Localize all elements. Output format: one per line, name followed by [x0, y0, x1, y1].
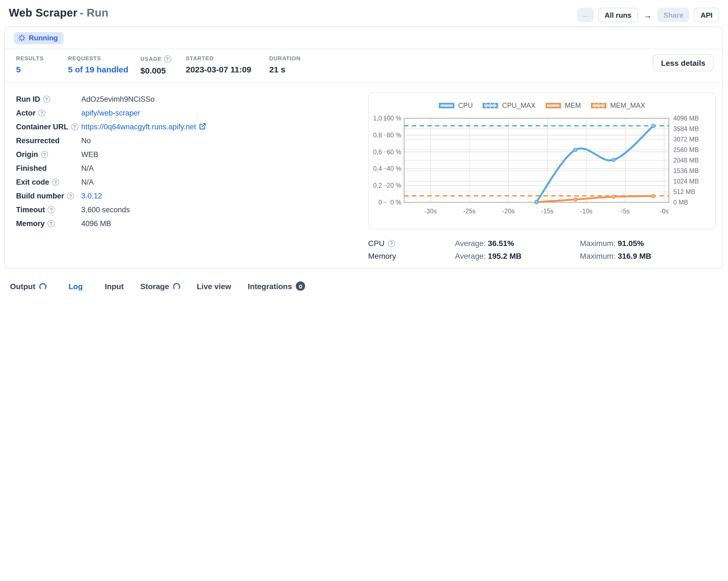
help-icon[interactable]: ? [48, 220, 55, 227]
stat-value: 21 s [269, 65, 324, 74]
legend-label: CPU [458, 102, 473, 109]
tab-label: Input [105, 282, 124, 290]
average-label: Average: [455, 239, 486, 248]
tab-output[interactable]: Output [9, 281, 48, 290]
help-icon[interactable]: ? [71, 123, 78, 130]
usage-maximum: Maximum: 91.05% [580, 239, 716, 248]
stat-label-text: REQUESTS [68, 55, 101, 61]
less-details-button[interactable]: Less details [653, 54, 713, 71]
svg-text:1536 MB: 1536 MB [673, 167, 699, 175]
property-value-text: 3.0.12 [81, 192, 102, 200]
maximum-value: 91.05% [618, 239, 644, 248]
stat-label: DURATION [269, 55, 324, 61]
svg-text:80 %: 80 % [387, 132, 401, 139]
property-label: Run ID? [16, 95, 81, 103]
help-icon[interactable]: ? [38, 109, 46, 117]
help-icon[interactable]: ? [43, 96, 50, 103]
property-label-text: Exit code [16, 178, 49, 186]
property-label-text: Run ID [16, 95, 40, 103]
run-page: Web Scraper- Run ← All runs → Share API [0, 0, 728, 290]
legend-item-mem_max: MEM_MAX [591, 102, 645, 109]
svg-text:-0s: -0s [660, 208, 669, 215]
tab-label: Output [10, 282, 35, 290]
help-icon[interactable]: ? [164, 55, 171, 62]
svg-text:0,6: 0,6 [373, 149, 382, 156]
stat-value[interactable]: 5 of 19 handled [68, 65, 140, 74]
legend-label: CPU_MAX [502, 102, 536, 109]
stat-label-text: DURATION [269, 55, 301, 61]
maximum-label: Maximum: [580, 239, 616, 248]
svg-text:60 %: 60 % [387, 149, 401, 156]
property-value: WEB [81, 150, 326, 159]
metrics-column: CPUCPU_MAXMEMMEM_MAX -30s-25s-20s-15s-10… [368, 92, 716, 260]
tab-live-view[interactable]: Live view [196, 281, 232, 290]
page-header: Web Scraper- Run ← All runs → Share API [0, 0, 728, 27]
average-label: Average: [455, 252, 486, 260]
help-icon[interactable]: ? [67, 192, 74, 200]
usage-row-label: CPU? [368, 239, 455, 248]
property-label: Build number? [16, 192, 81, 200]
property-label-text: Origin [16, 150, 38, 159]
property-label-text: Memory [16, 219, 45, 228]
spinner-icon [18, 34, 25, 42]
chart-legend: CPUCPU_MAXMEMMEM_MAX [369, 101, 715, 110]
next-run-button[interactable]: → [642, 8, 653, 22]
property-value[interactable]: https://0q64wnacgyft.runs.apify.net [81, 123, 326, 131]
property-label: Timeout? [16, 206, 81, 214]
loading-spinner-icon [39, 283, 47, 290]
page-title: Web Scraper- Run [9, 7, 108, 19]
tab-storage[interactable]: Storage [139, 281, 181, 290]
property-value-text: apify/web-scraper [81, 109, 140, 117]
tab-label: Live view [197, 282, 231, 290]
stat-started: STARTED2023-03-07 11:09 [186, 55, 269, 74]
tab-input[interactable]: Input [104, 281, 125, 290]
property-value: 3,600 seconds [81, 206, 326, 214]
maximum-value: 316.9 MB [618, 252, 651, 260]
api-button[interactable]: API [694, 8, 719, 22]
header-actions: ← All runs → Share API [577, 8, 719, 22]
legend-item-mem: MEM [545, 102, 581, 109]
svg-text:-25s: -25s [463, 208, 476, 215]
help-icon[interactable]: ? [52, 179, 59, 186]
legend-swatch [545, 103, 561, 108]
legend-item-cpu: CPU [439, 102, 473, 109]
share-button[interactable]: Share [657, 8, 689, 22]
previous-run-button[interactable]: ← [577, 8, 594, 22]
property-value[interactable]: apify/web-scraper [81, 109, 326, 117]
page-subtitle: - Run [80, 7, 108, 19]
run-tabs: OutputLogInputStorageLive viewIntegratio… [0, 274, 728, 290]
svg-text:-20s: -20s [502, 208, 515, 215]
usage-average: Average: 36.51% [455, 239, 580, 248]
svg-text:1024 MB: 1024 MB [673, 178, 699, 185]
maximum-label: Maximum: [580, 252, 616, 260]
property-value: N/A [81, 178, 326, 186]
property-label: Finished [16, 164, 81, 173]
tab-log[interactable]: Log [62, 281, 89, 290]
usage-maximum: Maximum: 316.9 MB [580, 252, 716, 260]
svg-text:0,2: 0,2 [373, 182, 382, 189]
all-runs-button[interactable]: All runs [598, 8, 638, 22]
svg-text:-5s: -5s [621, 208, 630, 215]
status-label: Running [29, 34, 58, 42]
svg-text:100 %: 100 % [383, 115, 401, 122]
stat-value[interactable]: 5 [16, 65, 68, 74]
stat-label-text: STARTED [186, 55, 214, 61]
property-label-text: Finished [16, 164, 47, 173]
svg-text:4096 MB: 4096 MB [673, 115, 699, 122]
legend-label: MEM_MAX [610, 102, 645, 109]
status-badge: Running [14, 32, 63, 44]
actor-name: Web Scraper [9, 7, 77, 19]
tab-integrations[interactable]: Integrations0 [246, 280, 306, 290]
svg-text:2560 MB: 2560 MB [673, 146, 699, 153]
svg-text:1,0: 1,0 [373, 115, 382, 122]
resource-usage-chart: CPUCPU_MAXMEMMEM_MAX -30s-25s-20s-15s-10… [368, 92, 716, 230]
help-icon[interactable]: ? [388, 240, 395, 247]
property-label-text: Resurrected [16, 136, 60, 145]
property-value-text: 4096 MB [81, 219, 111, 228]
svg-text:20 %: 20 % [387, 182, 401, 189]
help-icon[interactable]: ? [41, 151, 48, 158]
property-value[interactable]: 3.0.12 [81, 192, 326, 200]
help-icon[interactable]: ? [48, 206, 55, 213]
svg-text:0,4: 0,4 [373, 165, 382, 172]
svg-text:0,8: 0,8 [373, 132, 382, 139]
